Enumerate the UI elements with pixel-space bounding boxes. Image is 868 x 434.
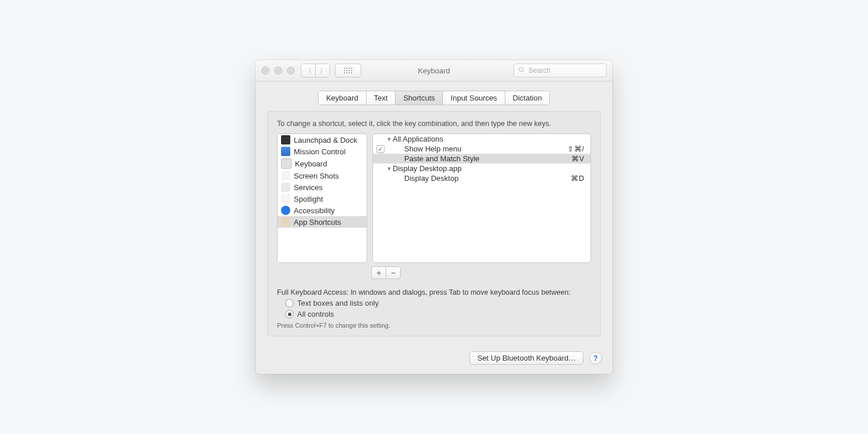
disclosure-triangle-icon[interactable]: ▼ [386, 166, 393, 172]
screenshot-icon [281, 171, 290, 180]
tab-text[interactable]: Text [366, 91, 396, 105]
window-body: KeyboardTextShortcutsInput SourcesDictat… [256, 81, 612, 344]
search-icon [518, 66, 525, 75]
category-screen-shots[interactable]: Screen Shots [278, 170, 367, 181]
category-label: Keyboard [295, 159, 327, 168]
zoom-window-button[interactable] [287, 66, 295, 75]
shortcut-keys[interactable]: ⌘V [571, 154, 587, 163]
shortcut-label: Display Desktop.app [393, 164, 585, 173]
radio-button[interactable] [285, 299, 294, 307]
category-spotlight[interactable]: Spotlight [278, 193, 367, 205]
close-window-button[interactable] [261, 66, 269, 75]
category-keyboard[interactable]: Keyboard [278, 157, 367, 170]
fka-option[interactable]: Text boxes and lists only [285, 299, 591, 307]
plus-icon: + [376, 268, 381, 277]
titlebar: 〈 〉 Keyboard Search [256, 60, 612, 81]
traffic-lights [261, 66, 295, 75]
window-footer: Set Up Bluetooth Keyboard… ? [256, 344, 612, 374]
instructions-text: To change a shortcut, select it, click t… [277, 120, 591, 128]
lists-container: Launchpad & DockMission ControlKeyboardS… [277, 133, 591, 263]
shortcut-label: Display Desktop [393, 174, 571, 183]
tab-bar: KeyboardTextShortcutsInput SourcesDictat… [267, 91, 601, 105]
help-button[interactable]: ? [589, 352, 602, 365]
shortcut-group[interactable]: ▼Display Desktop.app [373, 164, 590, 173]
fka-hint: Press Control+F7 to change this setting. [277, 322, 591, 329]
shortcut-checkbox[interactable]: ✓ [376, 145, 385, 153]
radio-label: Text boxes and lists only [297, 299, 379, 307]
remove-shortcut-button[interactable]: − [386, 266, 401, 279]
shortcut-keys[interactable]: ⇧⌘/ [567, 144, 587, 153]
shortcut-label: Show Help menu [393, 144, 567, 153]
add-remove-buttons: + − [371, 266, 591, 279]
shortcut-group[interactable]: ▼All Applications [373, 134, 590, 144]
category-services[interactable]: Services [278, 181, 367, 193]
add-shortcut-button[interactable]: + [371, 266, 386, 279]
tab-keyboard[interactable]: Keyboard [319, 91, 366, 105]
nav-buttons: 〈 〉 [301, 64, 330, 77]
mission-control-icon [281, 147, 290, 156]
spotlight-icon [281, 194, 290, 203]
category-app-shortcuts[interactable]: App Shortcuts [278, 216, 367, 228]
shortcut-item[interactable]: Paste and Match Style⌘V [373, 154, 590, 164]
category-label: Mission Control [294, 147, 346, 156]
setup-bluetooth-keyboard-button[interactable]: Set Up Bluetooth Keyboard… [470, 351, 583, 365]
keyboard-icon [281, 158, 291, 169]
disclosure-triangle-icon[interactable]: ▼ [386, 136, 393, 142]
tab-input-sources[interactable]: Input Sources [442, 91, 504, 105]
tab-dictation[interactable]: Dictation [505, 91, 550, 105]
category-mission-control[interactable]: Mission Control [278, 146, 367, 157]
full-keyboard-access-label: Full Keyboard Access: In windows and dia… [277, 288, 591, 296]
services-icon [281, 183, 290, 192]
category-label: Accessibility [294, 206, 335, 215]
forward-button[interactable]: 〉 [315, 64, 330, 77]
preferences-window: 〈 〉 Keyboard Search KeyboardTextShortcut… [256, 60, 612, 374]
category-label: Spotlight [294, 195, 323, 203]
shortcuts-panel: To change a shortcut, select it, click t… [267, 111, 601, 336]
fka-option[interactable]: All controls [285, 310, 591, 318]
shortcut-label: Paste and Match Style [393, 154, 571, 163]
svg-line-1 [523, 71, 525, 72]
back-button[interactable]: 〈 [301, 64, 315, 77]
tab-shortcuts[interactable]: Shortcuts [395, 91, 442, 105]
search-placeholder: Search [529, 66, 551, 75]
app-shortcuts-icon [281, 217, 290, 227]
radio-label: All controls [297, 310, 334, 318]
help-icon: ? [593, 354, 597, 362]
accessibility-icon [281, 206, 290, 215]
show-all-button[interactable] [335, 64, 361, 77]
category-list[interactable]: Launchpad & DockMission ControlKeyboardS… [277, 133, 367, 263]
category-label: Services [294, 183, 323, 192]
shortcut-keys[interactable]: ⌘D [571, 174, 587, 183]
radio-button[interactable] [285, 310, 294, 318]
minimize-window-button[interactable] [274, 66, 282, 75]
chevron-left-icon: 〈 [305, 66, 312, 75]
shortcut-item[interactable]: ✓Show Help menu⇧⌘/ [373, 144, 590, 154]
category-label: Screen Shots [294, 172, 339, 180]
svg-point-0 [519, 67, 523, 71]
category-accessibility[interactable]: Accessibility [278, 205, 367, 216]
tab-segmented-control: KeyboardTextShortcutsInput SourcesDictat… [318, 91, 550, 105]
category-launchpad-dock[interactable]: Launchpad & Dock [278, 134, 367, 146]
search-field[interactable]: Search [514, 64, 607, 77]
category-label: Launchpad & Dock [294, 136, 357, 144]
shortcut-item[interactable]: Display Desktop⌘D [373, 173, 590, 183]
minus-icon: − [391, 268, 396, 277]
shortcut-label: All Applications [393, 135, 585, 143]
chevron-right-icon: 〉 [320, 66, 326, 75]
grid-icon [344, 68, 352, 73]
category-label: App Shortcuts [294, 218, 341, 227]
launchpad-icon [281, 135, 290, 144]
shortcut-list[interactable]: ▼All Applications✓Show Help menu⇧⌘/Paste… [372, 133, 591, 263]
